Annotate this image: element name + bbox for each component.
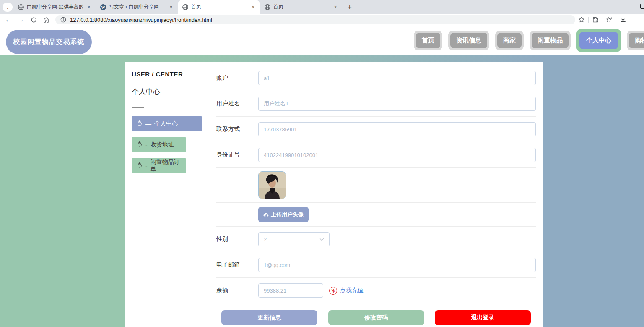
site-logo[interactable]: 校园闲置物品交易系统 bbox=[6, 30, 92, 54]
browser-tab-strip: ⌄ 白嫖中分享网-提供丰富的 Java × W 写文章 ‹ 白嫖中分享网 × 首… bbox=[0, 0, 644, 14]
profile-form: 账户 用户姓名 联系方式 身份证号 bbox=[216, 65, 536, 325]
chevron-down-icon bbox=[319, 238, 324, 241]
nav-item-user-center-active[interactable]: 个人中心 bbox=[576, 29, 621, 52]
nav-item-cart[interactable]: 购物车 bbox=[627, 31, 644, 50]
recharge-link[interactable]: 点我充值 bbox=[340, 287, 364, 294]
nav-item-idle-goods[interactable]: 闲置物品 bbox=[530, 31, 571, 50]
contact-input[interactable] bbox=[258, 122, 536, 136]
field-label: 用户姓名 bbox=[216, 100, 258, 107]
extensions-icon[interactable] bbox=[591, 16, 600, 24]
tab-close-icon[interactable]: × bbox=[332, 4, 339, 10]
main-navigation: 首页 资讯信息 商家 闲置物品 个人中心 购物车 bbox=[414, 31, 644, 52]
flame-icon bbox=[136, 141, 143, 149]
form-row-balance: 余额 ¥ 点我充值 bbox=[216, 278, 536, 303]
back-button[interactable]: ← bbox=[3, 15, 13, 25]
sidebar-heading: USER / CENTER bbox=[132, 71, 202, 78]
site-info-icon[interactable] bbox=[60, 17, 66, 23]
sidebar-item-shipping-address[interactable]: - 收货地址 bbox=[132, 137, 186, 152]
browser-tab-active[interactable]: 首页 × bbox=[178, 0, 260, 14]
form-row-id-number: 身份证号 bbox=[216, 142, 536, 168]
form-row-email: 电子邮箱 bbox=[216, 252, 536, 278]
home-icon bbox=[43, 16, 49, 23]
field-label: 余额 bbox=[216, 287, 258, 294]
sparkle-star-icon[interactable] bbox=[605, 16, 614, 24]
yuan-coin-icon: ¥ bbox=[328, 286, 338, 296]
flame-icon bbox=[136, 162, 143, 170]
user-center-panel: USER / CENTER 个人中心 — 个人中心 - 收货地址 - 闲置物品订… bbox=[125, 62, 543, 327]
address-bar[interactable]: 127.0.0.1:8080/xiaoyuanxianzhiwupinjiaoy… bbox=[55, 15, 575, 24]
gender-select-value: 2 bbox=[264, 236, 267, 243]
sidebar-item-label: 闲置物品订单 bbox=[151, 158, 182, 173]
window-maximize-button[interactable] bbox=[640, 4, 644, 9]
toolbar-separator bbox=[588, 17, 589, 23]
sidebar-item-user-center[interactable]: — 个人中心 bbox=[132, 116, 202, 131]
site-header: 校园闲置物品交易系统 首页 资讯信息 商家 闲置物品 个人中心 购物车 bbox=[0, 25, 644, 55]
download-icon[interactable] bbox=[618, 16, 628, 24]
sidebar-subheading: 个人中心 bbox=[132, 87, 202, 97]
form-row-contact: 联系方式 bbox=[216, 117, 536, 142]
bookmark-star-icon[interactable] bbox=[577, 16, 586, 24]
cloud-upload-icon bbox=[263, 212, 269, 217]
sidebar-item-label: 个人中心 bbox=[154, 120, 178, 128]
page-background: USER / CENTER 个人中心 — 个人中心 - 收货地址 - 闲置物品订… bbox=[0, 55, 644, 327]
reload-button[interactable] bbox=[29, 15, 39, 25]
tab-search-button[interactable]: ⌄ bbox=[3, 3, 13, 12]
avatar-portrait-image bbox=[259, 172, 286, 199]
globe-icon bbox=[182, 4, 189, 10]
gender-select[interactable]: 2 bbox=[258, 232, 330, 246]
forward-button[interactable]: → bbox=[16, 15, 26, 25]
field-label: 电子邮箱 bbox=[216, 261, 258, 269]
balance-input[interactable] bbox=[258, 283, 323, 298]
flame-icon bbox=[136, 120, 143, 128]
tab-title: 首页 bbox=[273, 3, 330, 10]
form-row-upload: 上传用户头像 bbox=[216, 203, 536, 227]
form-actions: 更新信息 修改密码 退出登录 bbox=[216, 303, 536, 325]
sidebar: USER / CENTER 个人中心 — 个人中心 - 收货地址 - 闲置物品订… bbox=[125, 62, 209, 327]
browser-tab[interactable]: 白嫖中分享网-提供丰富的 Java × bbox=[13, 0, 96, 14]
form-row-account: 账户 bbox=[216, 65, 536, 91]
home-button[interactable] bbox=[41, 15, 51, 25]
svg-text:W: W bbox=[101, 5, 105, 9]
nav-item-news[interactable]: 资讯信息 bbox=[448, 31, 489, 50]
id-number-input[interactable] bbox=[258, 148, 536, 162]
sidebar-item-dash: - bbox=[145, 162, 148, 169]
window-minimize-button[interactable]: — bbox=[624, 1, 636, 12]
new-tab-button[interactable]: + bbox=[345, 3, 355, 12]
form-row-username: 用户姓名 bbox=[216, 91, 536, 117]
reload-icon bbox=[31, 17, 37, 23]
update-info-button[interactable]: 更新信息 bbox=[221, 310, 317, 325]
tab-title: 首页 bbox=[191, 3, 247, 10]
toolbar-separator bbox=[602, 17, 602, 23]
field-label: 身份证号 bbox=[216, 151, 258, 159]
tab-close-icon[interactable]: × bbox=[168, 4, 174, 10]
recharge-area: ¥ 点我充值 bbox=[329, 287, 364, 295]
field-label: 联系方式 bbox=[216, 126, 258, 133]
nav-item-merchant[interactable]: 商家 bbox=[495, 31, 524, 50]
nav-item-home[interactable]: 首页 bbox=[414, 31, 442, 50]
field-label: 账户 bbox=[216, 74, 258, 82]
upload-avatar-button[interactable]: 上传用户头像 bbox=[258, 207, 309, 222]
browser-toolbar: ← → 127.0.0.1:8080/xiaoyuanxianzhiwupinj… bbox=[0, 14, 644, 25]
change-password-button[interactable]: 修改密码 bbox=[328, 310, 424, 325]
browser-tab[interactable]: W 写文章 ‹ 白嫖中分享网 × bbox=[96, 0, 178, 14]
account-input[interactable] bbox=[258, 71, 536, 85]
sidebar-item-dash: - bbox=[145, 141, 148, 148]
browser-tab[interactable]: 首页 × bbox=[260, 0, 342, 14]
sidebar-divider bbox=[132, 107, 144, 108]
tab-title: 白嫖中分享网-提供丰富的 Java bbox=[27, 3, 83, 10]
sidebar-item-dash: — bbox=[145, 120, 151, 127]
tab-close-icon[interactable]: × bbox=[86, 4, 92, 10]
url-text: 127.0.0.1:8080/xiaoyuanxianzhiwupinjiaoy… bbox=[70, 17, 212, 23]
sidebar-item-label: 收货地址 bbox=[151, 141, 174, 149]
sidebar-item-idle-goods-orders[interactable]: - 闲置物品订单 bbox=[132, 158, 186, 173]
tab-close-icon[interactable]: × bbox=[250, 4, 257, 10]
sidebar-menu: — 个人中心 - 收货地址 - 闲置物品订单 bbox=[132, 116, 202, 173]
field-label: 性别 bbox=[216, 235, 258, 243]
email-input[interactable] bbox=[258, 258, 536, 272]
form-row-gender: 性别 2 bbox=[216, 227, 536, 252]
globe-icon bbox=[18, 4, 24, 10]
tab-title: 写文章 ‹ 白嫖中分享网 bbox=[109, 3, 165, 10]
logout-button[interactable]: 退出登录 bbox=[435, 310, 531, 325]
toolbar-separator bbox=[616, 17, 616, 23]
username-input[interactable] bbox=[258, 97, 536, 111]
